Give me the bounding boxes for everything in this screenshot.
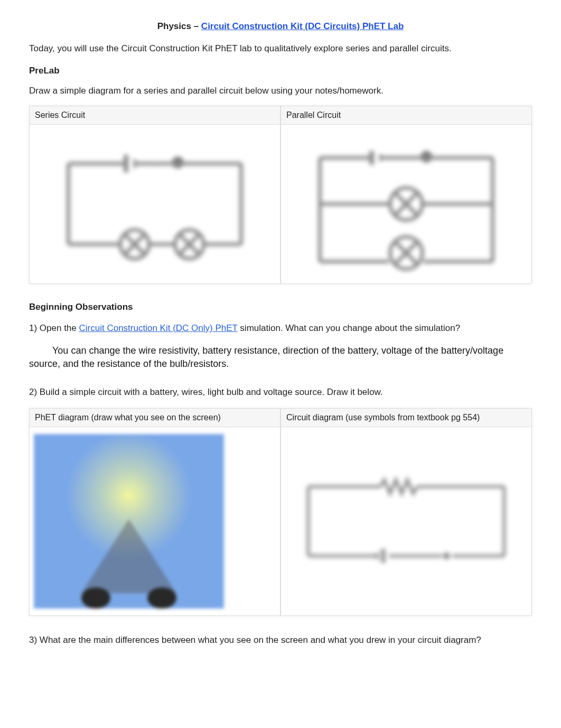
parallel-header: Parallel Circuit bbox=[280, 106, 532, 125]
series-diagram-cell bbox=[29, 125, 280, 284]
parallel-diagram-cell bbox=[280, 125, 532, 284]
prelab-diagram-table: Series Circuit bbox=[29, 106, 532, 284]
circuit-symbol-cell bbox=[280, 427, 532, 616]
page-title: Physics – Circuit Construction Kit (DC C… bbox=[29, 21, 532, 32]
question-1: 1) Open the Circuit Construction Kit (DC… bbox=[29, 322, 532, 335]
circuit-symbol-sketch bbox=[285, 431, 527, 611]
prelab-header: PreLab bbox=[29, 66, 532, 76]
phet-diagram-header: PhET diagram (draw what you see on the s… bbox=[29, 408, 280, 427]
parallel-circuit-sketch bbox=[285, 129, 527, 279]
svg-point-6 bbox=[443, 552, 450, 559]
q2-diagram-table: PhET diagram (draw what you see on the s… bbox=[29, 408, 532, 616]
question-3: 3) What are the main differences between… bbox=[29, 634, 532, 647]
q1-suffix: simulation. What can you change about th… bbox=[238, 323, 460, 333]
phet-diagram-cell bbox=[29, 427, 280, 616]
answer-1-text: You can change the wire resistivity, bat… bbox=[29, 345, 503, 369]
answer-1: You can change the wire resistivity, bat… bbox=[29, 344, 532, 371]
circuit-diagram-header: Circuit diagram (use symbols from textbo… bbox=[280, 408, 532, 427]
q1-link[interactable]: Circuit Construction Kit (DC Only) PhET bbox=[79, 323, 238, 333]
q1-prefix: 1) Open the bbox=[29, 323, 79, 333]
series-header: Series Circuit bbox=[29, 106, 280, 125]
series-circuit-sketch bbox=[34, 129, 276, 279]
phet-sim-image bbox=[34, 434, 224, 609]
title-link[interactable]: Circuit Construction Kit (DC Circuits) P… bbox=[201, 21, 404, 31]
question-2: 2) Build a simple circuit with a battery… bbox=[29, 386, 532, 399]
intro-text: Today, you will use the Circuit Construc… bbox=[29, 43, 532, 54]
prelab-instruction: Draw a simple diagram for a series and p… bbox=[29, 86, 532, 96]
observations-header: Beginning Observations bbox=[29, 302, 532, 312]
title-prefix: Physics – bbox=[157, 21, 201, 31]
